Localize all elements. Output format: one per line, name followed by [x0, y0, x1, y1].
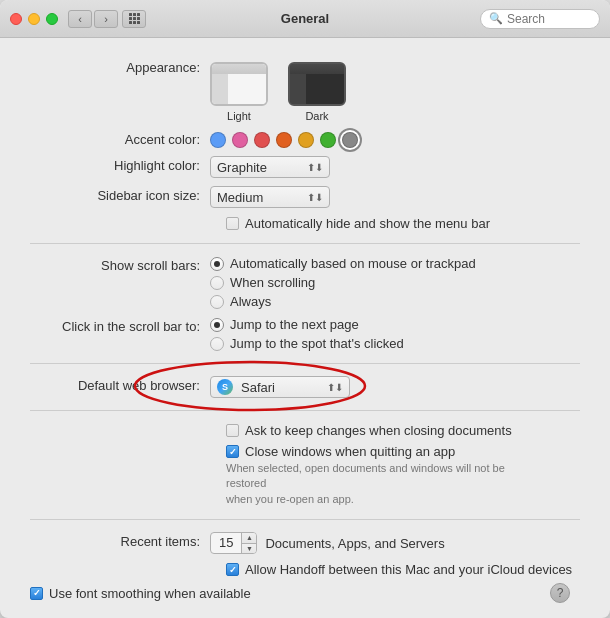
default-browser-select[interactable]: S Safari ⬆⬇	[210, 376, 350, 398]
recent-items-content: 15 ▲ ▼ Documents, Apps, and Servers	[210, 532, 580, 554]
nav-buttons: ‹ ›	[68, 10, 118, 28]
menu-bar-checkbox[interactable]	[226, 217, 239, 230]
dark-label: Dark	[305, 110, 328, 122]
help-button[interactable]: ?	[550, 583, 570, 603]
accent-yellow[interactable]	[298, 132, 314, 148]
recent-items-row: Recent items: 15 ▲ ▼ Documents, Apps, an…	[30, 532, 580, 554]
menu-bar-label: Automatically hide and show the menu bar	[245, 216, 490, 231]
close-windows-checkbox[interactable]	[226, 445, 239, 458]
default-browser-content: S Safari ⬆⬇	[210, 376, 580, 398]
default-browser-arrow: ⬆⬇	[327, 382, 343, 393]
accent-pink[interactable]	[232, 132, 248, 148]
ask-keep-changes-label: Ask to keep changes when closing documen…	[245, 423, 512, 438]
sidebar-icon-size-arrow: ⬆⬇	[307, 192, 323, 203]
highlight-color-select[interactable]: Graphite ⬆⬇	[210, 156, 330, 178]
grid-icon	[129, 13, 140, 24]
font-smoothing-label: Use font smoothing when available	[49, 586, 251, 601]
font-smoothing-section: Use font smoothing when available ?	[30, 583, 580, 603]
jump-spot-row: Jump to the spot that's clicked	[210, 336, 580, 351]
sidebar-icon-size-select[interactable]: Medium ⬆⬇	[210, 186, 330, 208]
minimize-button[interactable]	[28, 13, 40, 25]
grid-button[interactable]	[122, 10, 146, 28]
search-icon: 🔍	[489, 12, 503, 25]
scroll-when-row: When scrolling	[210, 275, 580, 290]
divider-4	[30, 519, 580, 520]
window: ‹ › General 🔍 Appearance:	[0, 0, 610, 618]
back-button[interactable]: ‹	[68, 10, 92, 28]
stepper-buttons: ▲ ▼	[242, 532, 256, 554]
recent-items-label: Recent items:	[30, 532, 210, 549]
forward-icon: ›	[104, 13, 108, 25]
highlight-color-row: Highlight color: Graphite ⬆⬇	[30, 156, 580, 178]
divider-2	[30, 363, 580, 364]
sidebar-icon-size-row: Sidebar icon size: Medium ⬆⬇	[30, 186, 580, 208]
show-scroll-bars-label: Show scroll bars:	[30, 256, 210, 273]
recent-items-suffix: Documents, Apps, and Servers	[265, 536, 444, 551]
scroll-when-radio[interactable]	[210, 276, 224, 290]
default-browser-value: Safari	[241, 380, 323, 395]
highlight-color-arrow: ⬆⬇	[307, 162, 323, 173]
accent-green[interactable]	[320, 132, 336, 148]
jump-spot-label: Jump to the spot that's clicked	[230, 336, 404, 351]
accent-red[interactable]	[254, 132, 270, 148]
jump-page-label: Jump to the next page	[230, 317, 359, 332]
highlight-color-value: Graphite	[217, 160, 303, 175]
dark-appearance[interactable]: Dark	[288, 62, 346, 122]
back-icon: ‹	[78, 13, 82, 25]
click-scroll-bar-content: Jump to the next page Jump to the spot t…	[210, 317, 580, 351]
stepper-down[interactable]: ▼	[242, 544, 256, 555]
safari-icon: S	[217, 379, 233, 395]
recent-items-stepper[interactable]: 15 ▲ ▼	[210, 532, 257, 554]
scroll-always-radio[interactable]	[210, 295, 224, 309]
light-appearance[interactable]: Light	[210, 62, 268, 122]
titlebar: ‹ › General 🔍	[0, 0, 610, 38]
scroll-always-label: Always	[230, 294, 271, 309]
font-smoothing-checkbox[interactable]	[30, 587, 43, 600]
search-box[interactable]: 🔍	[480, 9, 600, 29]
show-scroll-bars-content: Automatically based on mouse or trackpad…	[210, 256, 580, 309]
recent-items-value: 15	[211, 532, 242, 554]
light-preview	[210, 62, 268, 106]
appearance-row: Appearance: Light	[30, 58, 580, 122]
scroll-when-label: When scrolling	[230, 275, 315, 290]
jump-spot-radio[interactable]	[210, 337, 224, 351]
default-browser-row: Default web browser: S Safari ⬆⬇	[30, 376, 580, 398]
scroll-auto-row: Automatically based on mouse or trackpad	[210, 256, 580, 271]
handoff-checkbox[interactable]	[226, 563, 239, 576]
default-browser-label: Default web browser:	[30, 376, 210, 393]
accent-graphite[interactable]	[342, 132, 358, 148]
close-button[interactable]	[10, 13, 22, 25]
appearance-content: Light Dark	[210, 58, 580, 122]
highlight-color-content: Graphite ⬆⬇	[210, 156, 580, 178]
accent-color-row: Accent color:	[30, 130, 580, 148]
appearance-label: Appearance:	[30, 58, 210, 75]
divider-3	[30, 410, 580, 411]
sidebar-icon-size-content: Medium ⬆⬇	[210, 186, 580, 208]
sidebar-icon-size-label: Sidebar icon size:	[30, 186, 210, 203]
maximize-button[interactable]	[46, 13, 58, 25]
jump-page-row: Jump to the next page	[210, 317, 580, 332]
show-scroll-bars-row: Show scroll bars: Automatically based on…	[30, 256, 580, 309]
scroll-auto-radio[interactable]	[210, 257, 224, 271]
forward-button[interactable]: ›	[94, 10, 118, 28]
accent-blue[interactable]	[210, 132, 226, 148]
light-label: Light	[227, 110, 251, 122]
stepper-up[interactable]: ▲	[242, 532, 256, 544]
accent-orange[interactable]	[276, 132, 292, 148]
search-input[interactable]	[507, 12, 587, 26]
accent-color-content	[210, 130, 580, 148]
accent-colors	[210, 130, 358, 148]
accent-color-label: Accent color:	[30, 130, 210, 147]
traffic-lights	[10, 13, 58, 25]
font-smoothing-row: Use font smoothing when available	[30, 586, 251, 601]
click-scroll-bar-row: Click in the scroll bar to: Jump to the …	[30, 317, 580, 351]
ask-keep-changes-row: Ask to keep changes when closing documen…	[226, 423, 580, 438]
divider-1	[30, 243, 580, 244]
scroll-always-row: Always	[210, 294, 580, 309]
close-windows-description: When selected, open documents and window…	[226, 461, 536, 507]
close-windows-label: Close windows when quitting an app	[245, 444, 455, 459]
ask-keep-changes-checkbox[interactable]	[226, 424, 239, 437]
content: Appearance: Light	[0, 38, 610, 618]
jump-page-radio[interactable]	[210, 318, 224, 332]
handoff-label: Allow Handoff between this Mac and your …	[245, 562, 572, 577]
